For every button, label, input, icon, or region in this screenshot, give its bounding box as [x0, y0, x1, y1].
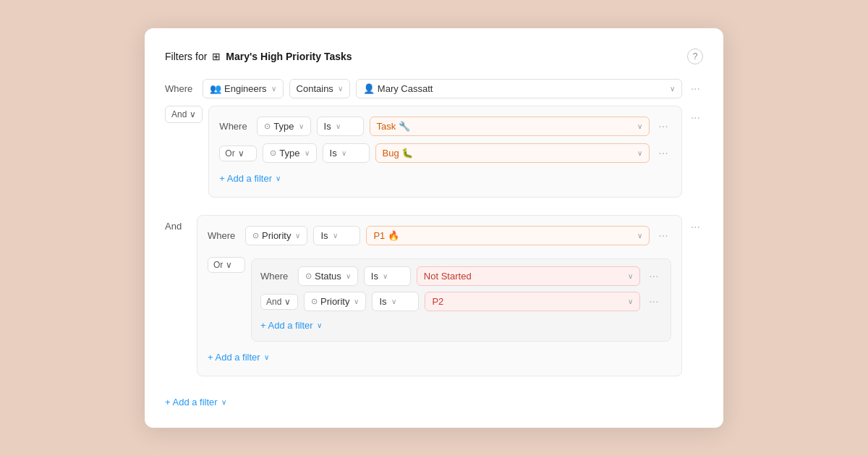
nested-row1: Where ⊙ Status ∨ Is ∨ Not Sta — [260, 266, 662, 286]
status-field-icon: ⊙ — [305, 271, 312, 281]
bottom-add-filter-label: + Add a filter — [165, 397, 218, 408]
type2-value-chevron: ∨ — [637, 149, 642, 157]
type1-field-dropdown[interactable]: ⊙ Type ∨ — [257, 117, 310, 136]
engineers-icon: 👥 — [210, 83, 221, 94]
group1-row1-menu[interactable]: ··· — [655, 119, 671, 135]
nested-row2: And ∨ ⊙ Priority ∨ Is ∨ — [260, 292, 662, 311]
type1-value-dropdown[interactable]: Task 🔧 ∨ — [370, 117, 650, 136]
group1-row2-connector-chevron: ∨ — [238, 148, 244, 159]
engineers-label: Engineers — [224, 83, 267, 94]
group1-box: Where ⊙ Type ∨ Is ∨ Task 🔧 ∨ ··· — [208, 106, 681, 198]
nested-row2-menu[interactable]: ··· — [646, 294, 661, 310]
bottom-add-filter[interactable]: + Add a filter ∨ — [165, 394, 703, 410]
group1-add-filter[interactable]: + Add a filter ∨ — [219, 170, 671, 187]
table-icon: ⊞ — [212, 51, 221, 62]
mary-cassatt-label: Mary Cassatt — [378, 83, 433, 94]
engineers-dropdown[interactable]: 👥 Engineers ∨ — [203, 79, 284, 98]
where-label: Where — [165, 83, 197, 94]
group1-content: Where ⊙ Type ∨ Is ∨ Task 🔧 ∨ ··· — [208, 106, 681, 206]
priority1-op-label: Is — [320, 230, 328, 241]
priority1-field-icon: ⊙ — [252, 231, 259, 240]
nested-group-box: Where ⊙ Status ∨ Is ∨ Not Sta — [251, 258, 671, 342]
group2-add-filter-label: + Add a filter — [208, 352, 260, 363]
group1-connector-label: And — [171, 109, 187, 119]
group1-outer-menu[interactable]: ··· — [688, 110, 703, 126]
group1-outer-row: And ∨ Where ⊙ Type ∨ Is ∨ — [165, 106, 703, 206]
group1-add-filter-label: + Add a filter — [219, 173, 272, 184]
type1-field-icon: ⊙ — [264, 122, 271, 131]
group2-add-filter-chevron: ∨ — [264, 353, 269, 361]
type2-op-dropdown[interactable]: Is ∨ — [323, 143, 370, 163]
status-op-dropdown[interactable]: Is ∨ — [364, 266, 411, 286]
engineers-chevron: ∨ — [271, 85, 276, 93]
group1-add-filter-chevron: ∨ — [276, 174, 281, 182]
group1-row2-connector-label: Or — [225, 148, 234, 159]
group1-row2-menu[interactable]: ··· — [655, 145, 671, 161]
group2-row1: Where ⊙ Priority ∨ Is ∨ P1 🔥 ∨ ··· — [208, 226, 671, 245]
mary-cassatt-chevron: ∨ — [670, 85, 675, 93]
status-field-label: Status — [315, 271, 341, 282]
status-op-chevron: ∨ — [383, 272, 388, 280]
nested-row1-menu[interactable]: ··· — [646, 269, 661, 284]
priority1-op-chevron: ∨ — [333, 232, 338, 240]
not-started-dropdown[interactable]: Not Started ∨ — [417, 266, 640, 286]
nested-add-filter-label: + Add a filter — [260, 320, 313, 331]
top-filter-row: Where 👥 Engineers ∨ Contains ∨ 👤 Mary Ca… — [165, 79, 703, 98]
status-field-dropdown[interactable]: ⊙ Status ∨ — [298, 266, 358, 286]
nested-connector-chevron: ∨ — [226, 260, 232, 270]
type2-op-chevron: ∨ — [341, 149, 346, 157]
type2-value-dropdown[interactable]: Bug 🐛 ∨ — [375, 143, 650, 163]
type1-value-chevron: ∨ — [637, 122, 642, 130]
contains-dropdown[interactable]: Contains ∨ — [289, 79, 350, 98]
filter-modal: Filters for ⊞ Mary's High Priority Tasks… — [145, 28, 723, 428]
nested-add-filter[interactable]: + Add a filter ∨ — [260, 317, 662, 334]
type2-field-label: Type — [279, 148, 299, 159]
group1-row2-connector[interactable]: Or ∨ — [219, 145, 257, 161]
type1-op-chevron: ∨ — [336, 122, 341, 130]
group2-box: Where ⊙ Priority ∨ Is ∨ P1 🔥 ∨ ··· — [197, 215, 682, 376]
contains-label: Contains — [297, 83, 333, 94]
priority2-field-icon: ⊙ — [311, 297, 318, 306]
priority2-field-chevron: ∨ — [354, 297, 359, 305]
priority1-field-label: Priority — [262, 230, 291, 241]
type2-field-dropdown[interactable]: ⊙ Type ∨ — [263, 143, 316, 163]
modal-header: Filters for ⊞ Mary's High Priority Tasks… — [165, 48, 703, 64]
type1-op-dropdown[interactable]: Is ∨ — [317, 117, 364, 136]
p2-dropdown[interactable]: P2 ∨ — [425, 292, 640, 311]
group2-add-filter[interactable]: + Add a filter ∨ — [208, 349, 671, 366]
user-avatar-icon: 👤 — [363, 83, 375, 94]
top-row-menu[interactable]: ··· — [688, 81, 703, 97]
priority2-op-dropdown[interactable]: Is ∨ — [372, 292, 419, 311]
group1-row1-label: Where — [219, 121, 251, 132]
group2-outer-row: And Where ⊙ Priority ∨ Is ∨ P1 🔥 — [165, 215, 703, 385]
type2-field-chevron: ∨ — [305, 149, 310, 157]
group1-row1: Where ⊙ Type ∨ Is ∨ Task 🔧 ∨ ··· — [219, 117, 671, 136]
priority2-op-chevron: ∨ — [391, 297, 396, 305]
not-started-label: Not Started — [424, 271, 472, 282]
type2-field-icon: ⊙ — [270, 148, 276, 158]
p2-label: P2 — [432, 296, 443, 307]
group1-connector-chevron: ∨ — [190, 109, 196, 119]
group2-content: Where ⊙ Priority ∨ Is ∨ P1 🔥 ∨ ··· — [197, 215, 682, 385]
group2-nested-row: Or ∨ Where ⊙ Status ∨ — [208, 253, 671, 342]
group2-row1-menu[interactable]: ··· — [655, 228, 671, 244]
nested-connector-label: Or — [213, 260, 223, 270]
type2-value-label: Bug 🐛 — [383, 148, 414, 159]
contains-chevron: ∨ — [338, 85, 343, 93]
title-name: Mary's High Priority Tasks — [226, 51, 352, 62]
priority1-op-dropdown[interactable]: Is ∨ — [313, 226, 360, 245]
type2-op-label: Is — [330, 148, 337, 159]
help-icon[interactable]: ? — [687, 48, 703, 64]
priority1-value-dropdown[interactable]: P1 🔥 ∨ — [366, 226, 650, 245]
p2-chevron: ∨ — [628, 297, 633, 305]
group2-outer-menu[interactable]: ··· — [688, 219, 703, 235]
priority2-field-dropdown[interactable]: ⊙ Priority ∨ — [304, 292, 366, 311]
priority1-field-dropdown[interactable]: ⊙ Priority ∨ — [245, 226, 307, 245]
status-op-label: Is — [371, 271, 378, 282]
nested-row2-connector[interactable]: And ∨ — [260, 294, 298, 310]
nested-row2-connector-label: And — [266, 297, 281, 307]
group1-connector[interactable]: And ∨ — [165, 106, 203, 123]
nested-connector[interactable]: Or ∨ — [208, 257, 245, 273]
group2-connector-label: And — [165, 215, 191, 232]
mary-cassatt-dropdown[interactable]: 👤 Mary Cassatt ∨ — [356, 79, 682, 98]
